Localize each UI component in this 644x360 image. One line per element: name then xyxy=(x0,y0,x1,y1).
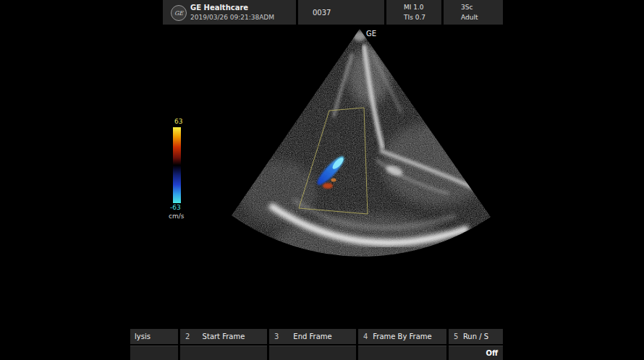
sector-orientation-mark: GE xyxy=(366,30,376,38)
ultrasound-screen: GE GE Healthcare 2019/03/26 09:21:38ADM … xyxy=(0,0,644,360)
softkey-blank-3[interactable] xyxy=(269,346,356,360)
softkey-label: lysis xyxy=(135,333,151,340)
softkey-end-frame[interactable]: 3 End Frame xyxy=(269,329,356,344)
softkey-off[interactable]: Off xyxy=(449,346,503,360)
softkey-number: 2 xyxy=(185,333,190,340)
near-field-echo xyxy=(353,31,366,41)
velocity-scale-min: -63 xyxy=(170,204,181,211)
softkey-number: 3 xyxy=(274,333,279,340)
velocity-scale-max: 63 xyxy=(174,118,182,125)
timestamp-label: 2019/03/26 09:21:38ADM xyxy=(190,14,274,21)
softkey-blank-1[interactable] xyxy=(130,346,178,360)
softkey-blank-4[interactable] xyxy=(358,346,446,360)
softkey-run-stop[interactable]: 5 Run / S xyxy=(449,329,503,344)
softkey-number: 5 xyxy=(454,333,458,340)
exam-number-label: 0037 xyxy=(298,9,331,17)
tis-label: TIs 0.7 xyxy=(404,14,441,21)
velocity-color-bar xyxy=(173,127,181,203)
softkey-label: Start Frame xyxy=(203,333,245,340)
mi-label: MI 1.0 xyxy=(404,4,441,11)
softkey-label: End Frame xyxy=(293,333,331,340)
header-exam-block: 0037 xyxy=(298,0,384,25)
softkey-label: Off xyxy=(486,349,498,357)
ge-logo-icon: GE xyxy=(171,5,187,21)
header-probe-block: 3Sc Adult xyxy=(444,0,503,25)
preset-label: Adult xyxy=(461,14,503,21)
softkey-label: Run / S xyxy=(463,333,488,340)
probe-label: 3Sc xyxy=(461,4,503,11)
brand-label: GE Healthcare xyxy=(190,4,248,12)
softkey-analysis[interactable]: lysis xyxy=(130,329,178,344)
header-patient-block: GE GE Healthcare 2019/03/26 09:21:38ADM xyxy=(163,0,296,25)
softkey-label: Frame By Frame xyxy=(373,333,431,340)
softkey-start-frame[interactable]: 2 Start Frame xyxy=(180,329,267,344)
softkey-frame-by-frame[interactable]: 4 Frame By Frame xyxy=(358,329,446,344)
echo-sector-image xyxy=(228,26,496,265)
softkey-blank-2[interactable] xyxy=(180,346,267,360)
header-acoustic-block: MI 1.0 TIs 0.7 xyxy=(386,0,441,25)
softkey-number: 4 xyxy=(363,333,368,340)
velocity-scale-unit: cm/s xyxy=(169,213,184,220)
